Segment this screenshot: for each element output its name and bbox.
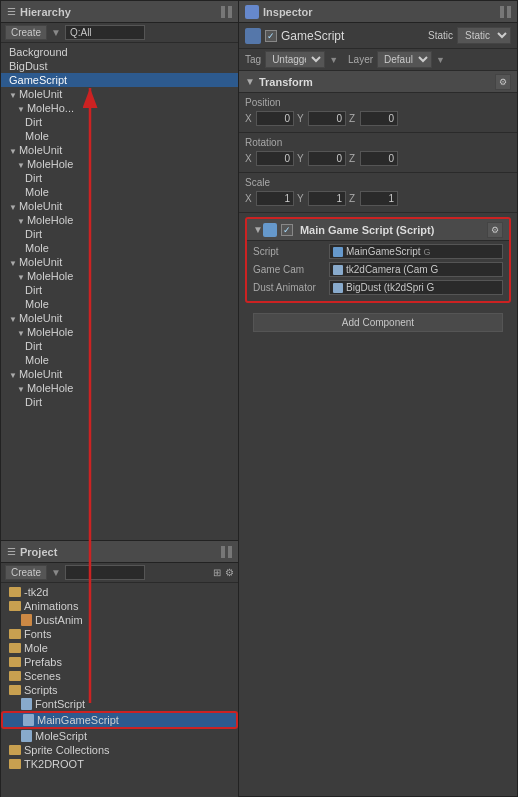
- pos-y-input[interactable]: [308, 111, 346, 126]
- script-label: Script: [253, 246, 325, 257]
- hierarchy-item-molehole1[interactable]: ▼MoleHo...: [1, 101, 238, 115]
- project-item-tk2droot[interactable]: TK2DROOT: [1, 757, 238, 771]
- hierarchy-item-dirt4[interactable]: Dirt: [1, 283, 238, 297]
- project-header: ☰ Project: [1, 541, 238, 563]
- hierarchy-item-moleunit4[interactable]: ▼MoleUnit: [1, 255, 238, 269]
- inspector-lock-btn[interactable]: [500, 6, 504, 18]
- transform-scale: Scale X Y Z: [239, 173, 517, 213]
- hierarchy-menu-btn[interactable]: [228, 6, 232, 18]
- hierarchy-item-moleunit2[interactable]: ▼MoleUnit: [1, 143, 238, 157]
- pos-z-input[interactable]: [360, 111, 398, 126]
- project-item-tk2d-label: -tk2d: [24, 586, 48, 598]
- script-component-settings-btn[interactable]: ⚙: [487, 222, 503, 238]
- rot-y-label: Y: [297, 153, 305, 164]
- script-icon: [21, 730, 32, 742]
- dust-field-row: Dust Animator BigDust (tk2dSpri G: [253, 280, 503, 295]
- transform-settings: ⚙: [495, 74, 511, 90]
- transform-rotation: Rotation X Y Z: [239, 133, 517, 173]
- static-dropdown[interactable]: Static: [457, 27, 511, 44]
- project-item-mole[interactable]: Mole: [1, 641, 238, 655]
- hierarchy-item-molehole5[interactable]: ▼MoleHole: [1, 325, 238, 339]
- pos-x-input[interactable]: [256, 111, 294, 126]
- gamecam-ref-icon: [333, 265, 343, 275]
- project-search-input[interactable]: [65, 565, 145, 580]
- tag-dropdown[interactable]: Untagged: [265, 51, 325, 68]
- scale-x-input[interactable]: [256, 191, 294, 206]
- hierarchy-item-molehole4[interactable]: ▼MoleHole: [1, 269, 238, 283]
- project-settings-icon[interactable]: ⚙: [225, 567, 234, 578]
- project-item-scripts[interactable]: Scripts: [1, 683, 238, 697]
- scale-z-input[interactable]: [360, 191, 398, 206]
- project-menu-btn[interactable]: [228, 546, 232, 558]
- project-view-icon[interactable]: ⊞: [213, 567, 221, 578]
- script-component-body: Script MainGameScript G Game Cam tk2dCam…: [247, 241, 509, 301]
- rot-y-input[interactable]: [308, 151, 346, 166]
- project-item-spritecollections[interactable]: Sprite Collections: [1, 743, 238, 757]
- project-item-spritecollections-label: Sprite Collections: [24, 744, 110, 756]
- add-component-btn[interactable]: Add Component: [253, 313, 503, 332]
- hierarchy-item-moleunit3[interactable]: ▼MoleUnit: [1, 199, 238, 213]
- rot-z-label: Z: [349, 153, 357, 164]
- hierarchy-header: ☰ Hierarchy: [1, 1, 238, 23]
- script-component-settings: ⚙: [487, 222, 503, 238]
- rot-x-input[interactable]: [256, 151, 294, 166]
- script-component-header: ▼ ✓ Main Game Script (Script) ⚙: [247, 219, 509, 241]
- project-item-animations[interactable]: Animations: [1, 599, 238, 613]
- project-item-animations-label: Animations: [24, 600, 78, 612]
- project-item-fonts[interactable]: Fonts: [1, 627, 238, 641]
- script-value-extra: G: [423, 247, 430, 257]
- project-collapse-btn[interactable]: [221, 546, 225, 558]
- hierarchy-item-dirt3[interactable]: Dirt: [1, 227, 238, 241]
- hierarchy-item-mole3[interactable]: Mole: [1, 241, 238, 255]
- script-active-checkbox[interactable]: ✓: [281, 224, 293, 236]
- transform-settings-btn[interactable]: ⚙: [495, 74, 511, 90]
- static-label: Static: [428, 30, 453, 41]
- hierarchy-item-mole5[interactable]: Mole: [1, 353, 238, 367]
- project-item-dustanim[interactable]: DustAnim: [1, 613, 238, 627]
- hierarchy-item-molehole6[interactable]: ▼MoleHole: [1, 381, 238, 395]
- hierarchy-item-molehole3[interactable]: ▼MoleHole: [1, 213, 238, 227]
- hierarchy-item-moleunit6[interactable]: ▼MoleUnit: [1, 367, 238, 381]
- pos-x-label: X: [245, 113, 253, 124]
- hierarchy-item-moleunit1[interactable]: ▼MoleUnit: [1, 87, 238, 101]
- project-item-scenes[interactable]: Scenes: [1, 669, 238, 683]
- project-item-fontscript[interactable]: FontScript: [1, 697, 238, 711]
- inspector-controls: [500, 6, 511, 18]
- hierarchy-collapse-btn[interactable]: [221, 6, 225, 18]
- project-item-prefabs[interactable]: Prefabs: [1, 655, 238, 669]
- project-toolbar-arrow: ▼: [51, 567, 61, 578]
- scale-y-label: Y: [297, 193, 305, 204]
- dust-ref-icon: [333, 283, 343, 293]
- hierarchy-item-molehole2[interactable]: ▼MoleHole: [1, 157, 238, 171]
- hierarchy-item-mole4[interactable]: Mole: [1, 297, 238, 311]
- hierarchy-create-btn[interactable]: Create: [5, 25, 47, 40]
- active-checkbox[interactable]: ✓: [265, 30, 277, 42]
- hierarchy-controls: [221, 6, 232, 18]
- layer-dropdown[interactable]: Default: [377, 51, 432, 68]
- inspector-header: Inspector: [239, 1, 517, 23]
- inspector-menu-btn[interactable]: [507, 6, 511, 18]
- hierarchy-item-bigdust[interactable]: BigDust: [1, 59, 238, 73]
- hierarchy-item-dirt5[interactable]: Dirt: [1, 339, 238, 353]
- hierarchy-search-input[interactable]: [65, 25, 145, 40]
- hierarchy-item-background[interactable]: Background: [1, 45, 238, 59]
- project-item-tk2d[interactable]: -tk2d: [1, 585, 238, 599]
- project-item-maingamescript[interactable]: MainGameScript: [1, 711, 238, 729]
- project-controls: [221, 546, 232, 558]
- project-item-molescript[interactable]: MoleScript: [1, 729, 238, 743]
- gamecam-label: Game Cam: [253, 264, 325, 275]
- scale-y-input[interactable]: [308, 191, 346, 206]
- hierarchy-item-dirt6[interactable]: Dirt: [1, 395, 238, 409]
- hierarchy-item-moleunit5[interactable]: ▼MoleUnit: [1, 311, 238, 325]
- project-create-btn[interactable]: Create: [5, 565, 47, 580]
- hierarchy-item-dirt1[interactable]: Dirt: [1, 115, 238, 129]
- hierarchy-item-mole1[interactable]: Mole: [1, 129, 238, 143]
- hierarchy-item-gamescript[interactable]: GameScript: [1, 73, 238, 87]
- inspector-object-bar: ✓ GameScript Static Static: [239, 23, 517, 49]
- hierarchy-item-dirt2[interactable]: Dirt: [1, 171, 238, 185]
- rot-z-input[interactable]: [360, 151, 398, 166]
- hierarchy-item-mole2[interactable]: Mole: [1, 185, 238, 199]
- hierarchy-title: Hierarchy: [20, 6, 71, 18]
- rotation-row: X Y Z: [245, 151, 511, 166]
- rotation-label: Rotation: [245, 137, 511, 148]
